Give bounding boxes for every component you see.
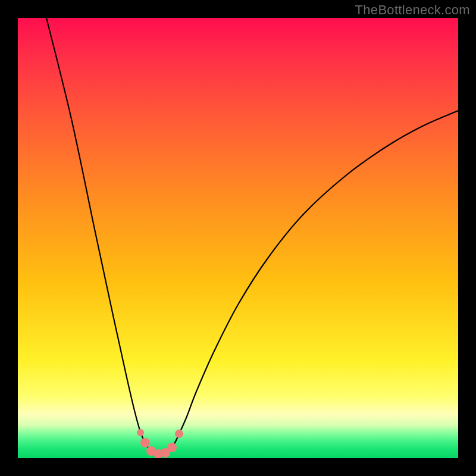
- watermark-text: TheBottleneck.com: [355, 2, 470, 18]
- curve-marker: [137, 429, 144, 436]
- chart-frame: TheBottleneck.com: [0, 0, 476, 476]
- curve-marker: [167, 443, 177, 452]
- plot-area: [18, 18, 458, 458]
- curve-svg: [18, 18, 458, 458]
- bottleneck-curve: [46, 18, 458, 455]
- curve-markers: [137, 429, 183, 458]
- curve-marker: [140, 438, 150, 447]
- curve-marker: [175, 430, 183, 438]
